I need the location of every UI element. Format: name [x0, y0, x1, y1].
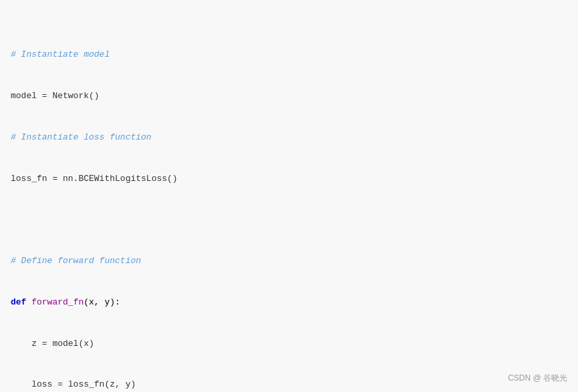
line-blank-5	[11, 213, 567, 226]
line-def: def forward_fn(x, y):	[11, 296, 567, 309]
line-2: model = Network()	[11, 89, 567, 103]
line-4: loss_fn = nn.BCEWithLogitsLoss()	[11, 172, 567, 186]
line-comment-3: # Instantiate loss function	[11, 131, 567, 144]
line-comment-7: # Define forward function	[11, 254, 567, 268]
line-comment-1: # Instantiate model	[11, 48, 567, 61]
code-container: # Instantiate model model = Network() # …	[0, 0, 578, 392]
code-block: # Instantiate model model = Network() # …	[11, 7, 567, 392]
line-10: loss = loss_fn(z, y)	[11, 378, 567, 391]
watermark: CSDN @ 谷晓光	[508, 373, 567, 384]
line-9: z = model(x)	[11, 337, 567, 351]
